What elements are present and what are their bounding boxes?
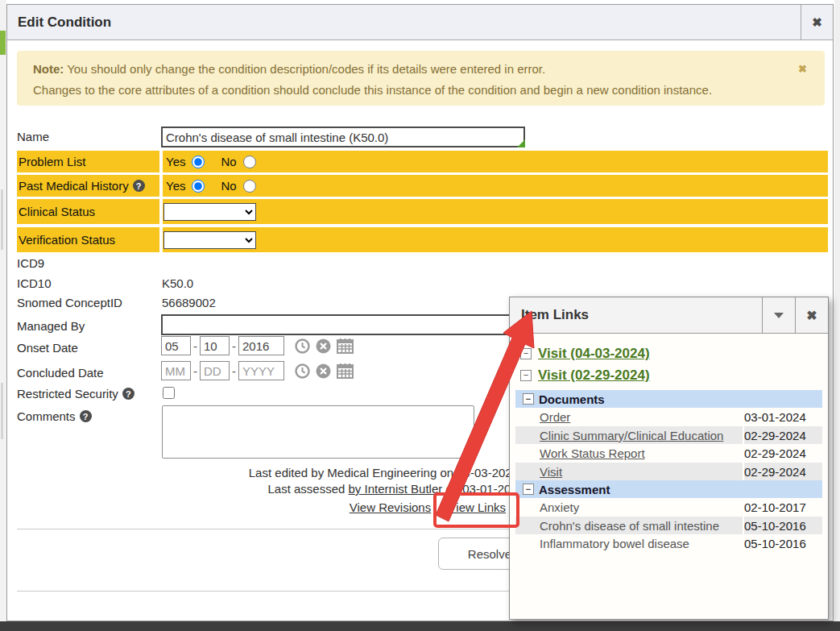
yes-label: Yes: [166, 179, 185, 193]
help-icon[interactable]: ?: [80, 410, 92, 422]
note-line-1: Note: You should only change the conditi…: [33, 62, 545, 76]
popup-close-icon[interactable]: ✖: [795, 297, 828, 333]
onset-day-input[interactable]: [200, 336, 230, 355]
link-item-name[interactable]: Order: [515, 409, 743, 426]
page: Edit Condition ✖ Note: You should only c…: [0, 0, 840, 631]
visit-link[interactable]: Visit (04-03-2024): [538, 346, 650, 362]
close-icon[interactable]: ✖: [801, 5, 833, 39]
calendar-icon[interactable]: [337, 338, 354, 354]
problem-list-no-radio[interactable]: [243, 156, 256, 168]
last-assessed-user-link[interactable]: by Internist Butler: [349, 482, 443, 496]
past-medical-history-label-text: Past Medical History: [19, 179, 129, 193]
link-item-name: Inflammatory bowel disease: [515, 535, 743, 553]
restricted-security-checkbox[interactable]: [163, 387, 175, 399]
onset-year-input[interactable]: [238, 336, 284, 355]
clinical-status-field: [163, 199, 828, 224]
background-scrollbar-fragment: [1, 189, 3, 250]
visit-row: −Visit (02-29-2024): [520, 367, 822, 384]
link-item-row: Clinic Summary/Clinical Education02-29-2…: [515, 426, 822, 444]
no-label: No: [221, 179, 236, 193]
verification-status-label: Verification Status: [17, 227, 159, 252]
last-assessed-prefix: Last assessed: [267, 482, 348, 496]
restricted-security-label-text: Restricted Security: [17, 387, 118, 401]
date-dash: -: [232, 339, 236, 353]
concluded-year-input[interactable]: [238, 361, 284, 380]
date-dash: -: [193, 364, 197, 378]
link-item-name[interactable]: Clinic Summary/Clinical Education: [515, 426, 743, 444]
link-item-row: Inflammatory bowel disease05-10-2016: [515, 535, 822, 553]
note-dismiss-icon[interactable]: ✖: [798, 63, 807, 75]
link-item-date: 02-10-2017: [744, 499, 822, 517]
past-medical-history-field: Yes No: [163, 175, 828, 197]
icd10-value: K50.0: [162, 276, 193, 290]
past-medical-history-label: Past Medical History ?: [17, 175, 159, 197]
view-revisions-link[interactable]: View Revisions: [350, 500, 431, 514]
link-item-name-text[interactable]: Work Status Report: [540, 446, 645, 460]
collapse-icon[interactable]: −: [523, 484, 534, 495]
clock-icon[interactable]: [295, 338, 310, 354]
clinical-status-select[interactable]: [163, 203, 256, 221]
link-item-name-text[interactable]: Clinic Summary/Clinical Education: [540, 429, 723, 442]
past-medical-history-yes-radio[interactable]: [192, 180, 205, 193]
no-label: No: [221, 155, 236, 168]
snomed-value: 56689002: [162, 296, 216, 309]
verification-status-select[interactable]: [163, 231, 256, 249]
clear-date-icon[interactable]: [316, 363, 331, 379]
view-links-link[interactable]: View Links: [449, 500, 506, 514]
dialog-title: Edit Condition: [7, 15, 801, 31]
popup-dropdown-icon[interactable]: [762, 297, 795, 333]
concluded-date-field: - -: [161, 361, 354, 380]
item-links-body: −Visit (04-03-2024)−Visit (02-29-2024) −…: [510, 334, 828, 619]
onset-date-field: - -: [161, 336, 354, 355]
comments-label-text: Comments: [17, 409, 76, 423]
section-header-assessment: −Assessment: [515, 480, 822, 498]
warning-note-banner: Note: You should only change the conditi…: [17, 51, 825, 106]
link-item-name-text[interactable]: Visit: [540, 465, 562, 479]
concluded-month-input[interactable]: [161, 361, 191, 380]
link-item-row: Crohn's disease of small intestine05-10-…: [515, 517, 822, 534]
visit-list: −Visit (04-03-2024)−Visit (02-29-2024): [515, 345, 822, 384]
link-item-name-text[interactable]: Order: [540, 410, 570, 424]
note-line-2: Changes to the core attributes of a cond…: [33, 83, 712, 97]
onset-month-input[interactable]: [161, 336, 191, 355]
problem-list-yes-radio[interactable]: [192, 156, 205, 168]
link-item-date: 05-10-2016: [744, 535, 822, 553]
managed-by-input[interactable]: [161, 314, 525, 335]
link-separator: ·: [434, 500, 445, 514]
item-links-popup: Item Links ✖ −Visit (04-03-2024)−Visit (…: [509, 297, 829, 620]
link-item-row: Visit02-29-2024: [515, 463, 822, 480]
resize-grip-icon[interactable]: [517, 139, 525, 147]
link-item-name-text: Anxiety: [540, 500, 579, 514]
item-links-header: Item Links ✖: [510, 297, 828, 334]
problem-list-field: Yes No: [163, 151, 828, 172]
clock-icon[interactable]: [295, 363, 310, 379]
name-input[interactable]: [161, 127, 525, 147]
calendar-icon[interactable]: [337, 363, 354, 379]
icd10-label: ICD10: [17, 276, 52, 290]
restricted-security-label: Restricted Security ?: [17, 387, 134, 401]
link-item-name-text: Inflammatory bowel disease: [540, 537, 689, 550]
chevron-down-icon: [774, 313, 784, 318]
link-item-name: Anxiety: [515, 499, 743, 517]
concluded-day-input[interactable]: [200, 361, 230, 380]
visit-row: −Visit (04-03-2024): [520, 345, 822, 362]
onset-date-icons: [295, 338, 354, 354]
link-item-name[interactable]: Work Status Report: [515, 445, 743, 463]
background-green-fragment: [0, 31, 6, 55]
last-edited-text: Last edited by Medical Engineering on 04…: [180, 466, 519, 479]
link-item-date: 02-29-2024: [744, 426, 822, 444]
comments-textarea[interactable]: [162, 405, 474, 459]
background-right-strip: [834, 0, 840, 621]
help-icon[interactable]: ?: [133, 180, 145, 192]
clinical-status-row: Clinical Status: [17, 199, 828, 224]
link-item-name[interactable]: Visit: [515, 463, 743, 480]
clear-date-icon[interactable]: [316, 338, 331, 354]
collapse-icon[interactable]: −: [520, 348, 532, 359]
past-medical-history-no-radio[interactable]: [243, 180, 256, 193]
visit-link[interactable]: Visit (02-29-2024): [538, 367, 650, 384]
help-icon[interactable]: ?: [122, 388, 134, 400]
collapse-icon[interactable]: −: [520, 370, 532, 381]
link-item-date: 05-10-2016: [744, 517, 822, 534]
collapse-icon[interactable]: −: [523, 393, 534, 405]
window-bottom-edge: [0, 621, 840, 631]
